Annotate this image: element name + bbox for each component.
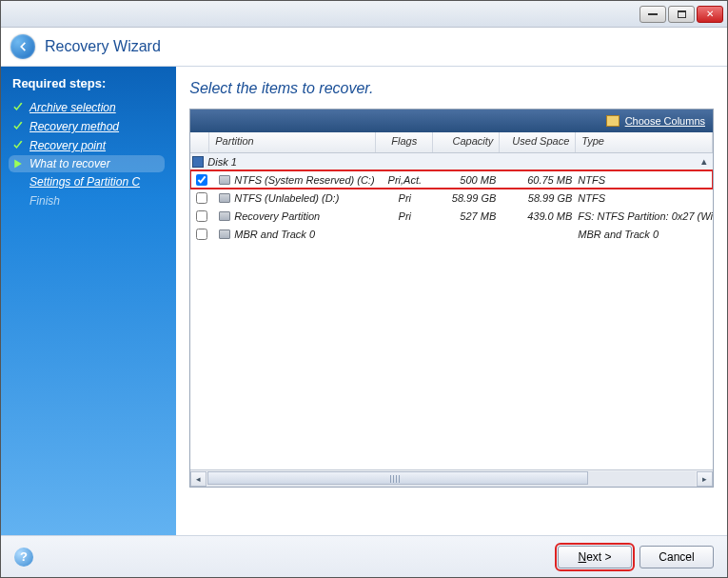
sidebar-step-current: What to recover	[30, 157, 110, 170]
content-panel: Select the items to recover. Choose Colu…	[176, 67, 727, 535]
next-button[interactable]: Next >	[558, 546, 632, 568]
partition-icon	[219, 229, 230, 239]
partition-name: Recovery Partition	[234, 210, 320, 222]
step-what-to-recover: What to recover	[9, 155, 165, 172]
partition-icon	[219, 175, 230, 185]
disk-row[interactable]: Disk 1 ▴	[190, 153, 713, 170]
window-chrome: ✕	[1, 1, 727, 28]
recovery-wizard-window: ✕ Recovery Wizard Required steps: Archiv…	[0, 0, 728, 578]
scroll-track[interactable]	[207, 471, 696, 487]
scroll-right-button[interactable]: ▸	[697, 471, 713, 487]
step-recovery-method[interactable]: Recovery method	[12, 117, 165, 136]
title-bar: Recovery Wizard	[1, 28, 727, 66]
disk-label: Disk 1	[207, 156, 237, 168]
partition-checkbox[interactable]	[196, 192, 207, 204]
cancel-button[interactable]: Cancel	[639, 546, 714, 568]
column-partition[interactable]: Partition	[209, 132, 376, 152]
maximize-button[interactable]	[668, 6, 695, 23]
footer: ? Next > Cancel	[1, 535, 727, 577]
partition-flags: Pri	[376, 192, 433, 204]
partition-name: MBR and Track 0	[234, 229, 315, 240]
columns-icon	[606, 115, 620, 127]
minimize-button[interactable]	[639, 6, 666, 23]
sidebar-step-link[interactable]: Settings of Partition C	[30, 175, 140, 189]
partition-checkbox[interactable]	[196, 210, 207, 222]
check-icon	[12, 121, 24, 132]
column-checkbox	[190, 132, 209, 152]
scroll-thumb[interactable]	[207, 471, 588, 485]
wizard-sidebar: Required steps: Archive selection Recove…	[1, 67, 176, 535]
main-area: Required steps: Archive selection Recove…	[1, 67, 727, 535]
partition-icon	[219, 193, 230, 203]
partition-type: MBR and Track 0	[576, 229, 713, 240]
partition-type: FS: NTFS Partition: 0x27 (Wi	[576, 210, 713, 222]
column-flags[interactable]: Flags	[376, 132, 433, 152]
collapse-icon[interactable]: ▴	[701, 155, 707, 168]
close-button[interactable]: ✕	[697, 6, 723, 23]
partition-row[interactable]: MBR and Track 0 MBR and Track 0	[190, 225, 713, 243]
step-recovery-point[interactable]: Recovery point	[12, 136, 165, 155]
step-finish: Finish	[12, 191, 165, 210]
column-type[interactable]: Type	[576, 132, 713, 152]
sidebar-header: Required steps:	[12, 76, 165, 90]
partition-type: NTFS	[576, 174, 713, 186]
content-title: Select the items to recover.	[189, 80, 714, 97]
partition-name: NTFS (System Reserved) (C:)	[234, 174, 374, 186]
next-button-label: ext >	[586, 550, 611, 564]
window-title: Recovery Wizard	[45, 38, 161, 55]
partition-used: 439.0 MB	[500, 210, 576, 222]
sidebar-step-link[interactable]: Archive selection	[30, 101, 116, 114]
check-icon	[12, 140, 24, 151]
disk-icon	[192, 156, 204, 168]
partition-checkbox[interactable]	[196, 229, 207, 240]
partition-used: 60.75 MB	[500, 174, 576, 186]
partition-capacity: 527 MB	[433, 210, 500, 222]
arrow-right-icon	[12, 158, 24, 169]
partition-type: NTFS	[576, 192, 713, 204]
partition-used: 58.99 GB	[500, 192, 576, 204]
grid-body: Disk 1 ▴ NTFS (System Reserved) (C:) Pri…	[190, 153, 713, 469]
partition-panel: Choose Columns Partition Flags Capacity …	[189, 109, 714, 488]
partition-row[interactable]: Recovery Partition Pri 527 MB 439.0 MB F…	[190, 207, 713, 225]
check-icon	[12, 102, 24, 113]
column-used-space[interactable]: Used Space	[500, 132, 576, 152]
column-capacity[interactable]: Capacity	[433, 132, 500, 152]
partition-checkbox[interactable]	[196, 174, 207, 186]
columns-toolbar: Choose Columns	[190, 110, 713, 132]
partition-flags: Pri	[376, 210, 433, 222]
step-archive-selection[interactable]: Archive selection	[12, 98, 165, 117]
back-button[interactable]	[10, 34, 35, 59]
grid-header: Partition Flags Capacity Used Space Type	[190, 132, 713, 153]
partition-capacity: 500 MB	[433, 174, 500, 186]
partition-row[interactable]: NTFS (System Reserved) (C:) Pri,Act. 500…	[190, 170, 713, 189]
partition-row[interactable]: NTFS (Unlabeled) (D:) Pri 58.99 GB 58.99…	[190, 189, 713, 207]
scroll-left-button[interactable]: ◂	[190, 471, 207, 487]
help-button[interactable]: ?	[14, 548, 33, 567]
partition-flags: Pri,Act.	[376, 174, 433, 186]
partition-icon	[219, 211, 230, 221]
partition-capacity: 58.99 GB	[433, 192, 500, 204]
horizontal-scrollbar[interactable]: ◂ ▸	[190, 469, 713, 487]
partition-name: NTFS (Unlabeled) (D:)	[234, 192, 339, 204]
choose-columns-link[interactable]: Choose Columns	[625, 115, 705, 127]
sidebar-step-disabled: Finish	[30, 194, 60, 208]
sidebar-step-link[interactable]: Recovery method	[30, 120, 119, 133]
step-settings-partition-c[interactable]: Settings of Partition C	[12, 172, 165, 191]
sidebar-step-link[interactable]: Recovery point	[30, 139, 106, 152]
